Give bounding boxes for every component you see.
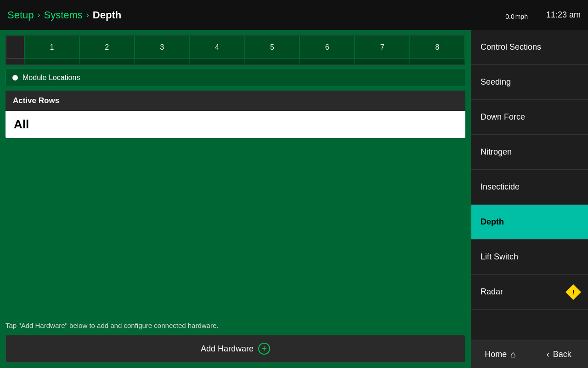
bar-5 bbox=[245, 59, 300, 64]
active-rows-value[interactable]: All bbox=[6, 111, 465, 138]
sidebar-item-lift-switch[interactable]: Lift Switch bbox=[471, 240, 588, 275]
sidebar-item-nitrogen[interactable]: Nitrogen bbox=[471, 135, 588, 170]
sidebar-label-nitrogen: Nitrogen bbox=[481, 147, 512, 157]
breadcrumb-systems[interactable]: Systems bbox=[44, 9, 83, 21]
header-right: 0.0mph 11:23 am bbox=[504, 9, 581, 22]
sidebar-label-depth: Depth bbox=[481, 217, 504, 227]
sidebar-label-seeding: Seeding bbox=[481, 77, 511, 87]
sidebar-label-control-sections: Control Sections bbox=[481, 42, 541, 52]
warning-icon: ! bbox=[565, 284, 581, 300]
module-locations[interactable]: Module Locations bbox=[6, 69, 465, 87]
sidebar-label-radar: Radar bbox=[481, 287, 503, 297]
module-dot bbox=[12, 75, 18, 80]
sidebar-label-lift-switch: Lift Switch bbox=[481, 252, 518, 262]
home-button[interactable]: Home ⌂ bbox=[471, 341, 530, 368]
back-button[interactable]: ‹ Back bbox=[530, 341, 588, 368]
section-col-5[interactable]: 5 bbox=[245, 36, 300, 59]
sidebar-item-control-sections[interactable]: Control Sections bbox=[471, 30, 588, 65]
sidebar: Control Sections Seeding Down Force Nitr… bbox=[471, 30, 588, 368]
module-locations-label: Module Locations bbox=[23, 74, 80, 82]
section-grid-header: 1 2 3 4 5 6 7 8 bbox=[6, 36, 465, 59]
bar-7 bbox=[355, 59, 410, 64]
time-display: 11:23 am bbox=[546, 10, 581, 20]
sidebar-footer: Home ⌂ ‹ Back bbox=[471, 340, 588, 368]
sidebar-label-down-force: Down Force bbox=[481, 112, 525, 122]
sidebar-item-seeding[interactable]: Seeding bbox=[471, 65, 588, 100]
sidebar-item-depth[interactable]: Depth bbox=[471, 205, 588, 240]
add-hardware-label: Add Hardware bbox=[201, 344, 254, 354]
section-grid: 1 2 3 4 5 6 7 8 bbox=[6, 35, 465, 65]
bar-4 bbox=[190, 59, 245, 64]
home-icon: ⌂ bbox=[510, 349, 516, 360]
section-col-3[interactable]: 3 bbox=[135, 36, 190, 59]
section-col-6[interactable]: 6 bbox=[300, 36, 355, 59]
sidebar-label-insecticide: Insecticide bbox=[481, 182, 520, 192]
sidebar-item-down-force[interactable]: Down Force bbox=[471, 100, 588, 135]
bar-6 bbox=[300, 59, 355, 64]
bar-1 bbox=[24, 59, 79, 64]
tap-info: Tap "Add Hardware" below to add and conf… bbox=[6, 320, 465, 331]
section-col-1[interactable]: 1 bbox=[24, 36, 79, 59]
bar-2 bbox=[79, 59, 135, 64]
main-layout: 1 2 3 4 5 6 7 8 bbox=[0, 30, 588, 368]
bar-empty bbox=[6, 59, 24, 64]
breadcrumb-setup[interactable]: Setup bbox=[7, 9, 34, 21]
speed-display: 0.0mph bbox=[504, 9, 528, 22]
bar-8 bbox=[410, 59, 465, 64]
add-hardware-button[interactable]: Add Hardware + bbox=[6, 335, 465, 362]
section-bar-row bbox=[6, 59, 465, 64]
section-col-8[interactable]: 8 bbox=[410, 36, 465, 59]
breadcrumb-sep-2: › bbox=[86, 10, 89, 20]
plus-icon: + bbox=[258, 343, 270, 355]
home-label: Home bbox=[485, 350, 507, 359]
active-rows-header: Active Rows bbox=[6, 91, 465, 111]
back-label: Back bbox=[553, 350, 571, 359]
sidebar-item-radar[interactable]: Radar ! bbox=[471, 275, 588, 310]
content-area: 1 2 3 4 5 6 7 8 bbox=[0, 30, 471, 368]
breadcrumb-current: Depth bbox=[93, 9, 121, 21]
section-col-4[interactable]: 4 bbox=[190, 36, 245, 59]
breadcrumb: Setup › Systems › Depth bbox=[7, 9, 121, 21]
section-label-empty bbox=[6, 36, 24, 59]
back-icon: ‹ bbox=[547, 350, 549, 359]
breadcrumb-sep-1: › bbox=[38, 10, 40, 20]
section-col-7[interactable]: 7 bbox=[355, 36, 410, 59]
bar-3 bbox=[135, 59, 190, 64]
header: Setup › Systems › Depth 0.0mph 11:23 am bbox=[0, 0, 588, 30]
section-col-2[interactable]: 2 bbox=[79, 36, 135, 59]
active-rows-section: Active Rows All bbox=[6, 91, 465, 138]
sidebar-item-insecticide[interactable]: Insecticide bbox=[471, 170, 588, 205]
